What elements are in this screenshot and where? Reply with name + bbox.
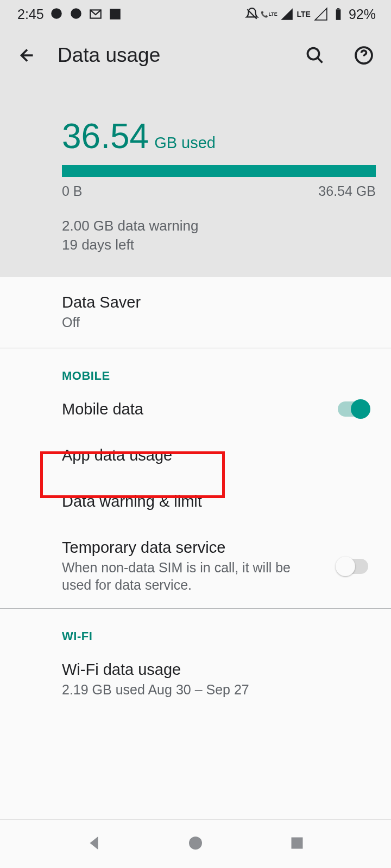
data-saver-item[interactable]: Data Saver Off (0, 277, 391, 348)
svg-point-6 (308, 48, 319, 60)
data-warning-text: 2.00 GB data warning (62, 216, 376, 235)
temp-service-desc: When non-data SIM is in call, it will be… (62, 559, 312, 594)
usb-icon (108, 7, 122, 21)
usage-progress-bar (62, 165, 376, 177)
wifi-data-usage-item[interactable]: Wi-Fi data usage 2.19 GB used Aug 30 – S… (0, 647, 391, 713)
mobile-data-toggle[interactable] (338, 401, 368, 417)
lte-call-icon: 📞LTE (262, 7, 276, 21)
dnd-icon (245, 7, 259, 21)
mobile-data-title: Mobile data (62, 400, 338, 418)
lte-label: LTE (297, 10, 311, 18)
nav-recent-button[interactable] (287, 833, 307, 855)
messenger-icon (49, 7, 64, 21)
navigation-bar (0, 819, 391, 868)
messenger-icon-2 (69, 7, 83, 21)
svg-rect-9 (291, 837, 302, 848)
data-warning-limit-title: Data warning & limit (62, 493, 376, 510)
usage-unit: GB used (154, 134, 216, 152)
data-saver-title: Data Saver (62, 293, 376, 311)
temp-service-toggle[interactable] (338, 559, 368, 574)
app-header: Data usage (0, 28, 391, 82)
mobile-data-item[interactable]: Mobile data (0, 386, 391, 432)
data-warning-limit-item[interactable]: Data warning & limit (0, 478, 391, 525)
status-bar: 2:45 📞LTE LTE 92% (0, 0, 391, 28)
svg-rect-3 (110, 9, 121, 20)
nav-home-button[interactable] (186, 833, 205, 855)
status-time: 2:45 (17, 7, 44, 22)
app-data-usage-title: App data usage (62, 446, 376, 464)
page-title: Data usage (58, 44, 285, 67)
back-button[interactable] (15, 43, 39, 67)
usage-amount: 36.54 (62, 116, 149, 156)
svg-rect-5 (337, 8, 339, 9)
svg-point-8 (189, 837, 202, 850)
wifi-usage-title: Wi-Fi data usage (62, 661, 376, 679)
usage-max: 36.54 GB (318, 183, 376, 199)
mobile-section-header: MOBILE (0, 348, 391, 386)
wifi-section-header: WI-FI (0, 609, 391, 647)
gmail-icon (89, 7, 103, 21)
wifi-usage-sub: 2.19 GB used Aug 30 – Sep 27 (62, 681, 376, 699)
svg-point-0 (51, 8, 62, 18)
nav-back-button[interactable] (84, 833, 104, 855)
divider (0, 608, 391, 609)
help-button[interactable] (352, 43, 376, 67)
usage-min: 0 B (62, 183, 83, 199)
svg-point-1 (71, 8, 81, 18)
svg-rect-4 (336, 9, 341, 20)
temp-service-title: Temporary data service (62, 539, 338, 557)
search-button[interactable] (303, 43, 327, 67)
data-saver-status: Off (62, 314, 376, 331)
days-left-text: 19 days left (62, 235, 376, 254)
app-data-usage-item[interactable]: App data usage (0, 432, 391, 478)
usage-summary: 36.54 GB used 0 B 36.54 GB 2.00 GB data … (0, 82, 391, 277)
temporary-data-service-item[interactable]: Temporary data service When non-data SIM… (0, 525, 391, 608)
signal-icon-1 (280, 7, 294, 21)
signal-icon-2 (314, 7, 328, 21)
battery-icon (331, 7, 345, 21)
battery-percent: 92% (349, 7, 376, 22)
divider (0, 348, 391, 348)
